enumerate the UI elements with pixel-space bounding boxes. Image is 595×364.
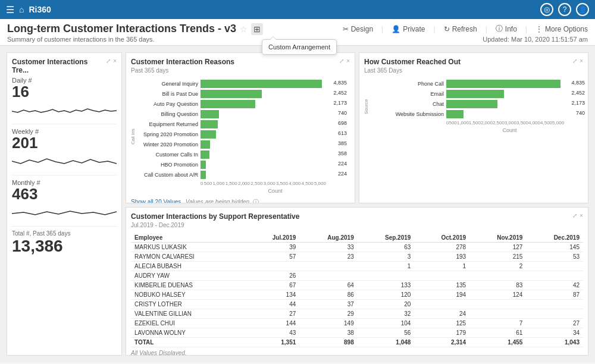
bar-fill — [446, 110, 464, 118]
table-cell-value: 1 — [358, 262, 415, 271]
table-cell-value: 1 — [414, 262, 469, 271]
grid-icon[interactable]: ⊞ — [251, 23, 263, 35]
info-icon: ⓘ — [496, 24, 503, 34]
interaction-menu-icon[interactable]: × — [346, 58, 350, 64]
show-all-link[interactable]: Show all 20 Values — [131, 199, 181, 203]
bar-label: Email — [369, 91, 446, 97]
bar-row: Email 2,452 — [369, 90, 588, 98]
info-action[interactable]: ⓘ Info — [496, 24, 517, 34]
private-action[interactable]: 👤 Private — [392, 25, 425, 33]
bar-label: Billing Question — [138, 111, 201, 117]
bar-label: Website Submission — [369, 111, 446, 117]
more-options-action[interactable]: ⋮ More Options — [536, 25, 588, 33]
table-cell-value: 27 — [526, 319, 583, 328]
table-cell-value: 33 — [299, 243, 357, 252]
bar-fill — [201, 100, 255, 108]
bar-value: 2,452 — [333, 90, 347, 96]
design-action[interactable]: ✂ Design — [343, 25, 373, 33]
table-cell-value: 42 — [526, 281, 583, 290]
bar-label: Spring 2020 Promotion — [138, 131, 201, 137]
kpi-monthly-sparkline — [12, 202, 117, 218]
home-icon[interactable]: ⌂ — [19, 5, 24, 14]
table-cell-value: 32 — [358, 309, 415, 319]
table-cell-value: 24 — [414, 309, 469, 319]
kpi-panel: Customer Interactions Tre... ⤢ × Daily #… — [7, 52, 122, 356]
table-row: TOTAL1,3518981,0482,3141,4551,043 — [131, 338, 583, 347]
refresh-action[interactable]: ↻ Refresh — [444, 25, 477, 33]
bar-container: 2,173 — [446, 100, 564, 108]
bar-value: 2,173 — [572, 100, 585, 106]
kpi-expand-icon[interactable]: ⤢ — [106, 58, 111, 64]
interaction-reasons-subtitle: Past 365 days — [131, 67, 234, 74]
table-cell-value: 27 — [246, 309, 299, 319]
interaction-x-axis: 05001,0001,5002,0002,5003,0003,5004,0004… — [201, 181, 326, 186]
table-cell-value: 1,351 — [246, 338, 299, 347]
bar-value: 224 — [338, 161, 347, 167]
support-table-subtitle: Jul.2019 - Dec.2019 — [131, 222, 299, 228]
user-icon[interactable]: 👤 — [576, 3, 589, 16]
bar-row: Call Custom about A/R 224 — [138, 171, 350, 179]
table-expand-icon[interactable]: ⤢ — [572, 212, 577, 219]
kpi-menu-icon[interactable]: × — [113, 58, 117, 64]
table-cell-value: 64 — [299, 281, 357, 290]
bar-value: 740 — [576, 110, 585, 116]
help-icon[interactable]: ? — [558, 3, 571, 16]
bar-container: 224 — [201, 161, 326, 169]
bar-row: Auto Pay Question 2,173 — [138, 100, 350, 108]
bar-value: 740 — [338, 110, 347, 116]
bar-container: 698 — [201, 120, 326, 128]
refresh-icon: ↻ — [444, 25, 450, 33]
table-cell-name: NOBUKO HALSEY — [131, 290, 246, 300]
interaction-reasons-title: Customer Interaction Reasons — [131, 58, 234, 66]
bar-value: 698 — [338, 120, 347, 126]
table-row: EZEKIEL CHUI144149104125727 — [131, 319, 583, 328]
bar-container: 4,835 — [446, 80, 564, 88]
kpi-monthly-value: 463 — [12, 186, 117, 202]
interaction-y-axis-label: Call Ins — [131, 80, 138, 194]
bar-row: Equipment Returned 698 — [138, 120, 350, 128]
hamburger-icon[interactable]: ☰ — [6, 4, 14, 15]
bar-fill — [201, 110, 219, 118]
bar-value: 4,835 — [333, 80, 347, 86]
table-menu-icon[interactable]: × — [580, 212, 583, 219]
how-reached-menu-icon[interactable]: × — [580, 58, 583, 64]
table-header: Jul.2019 — [246, 233, 299, 243]
table-cell-value: 145 — [526, 243, 583, 252]
show-all-container: Show all 20 Values Values are being hidd… — [131, 197, 350, 203]
bar-container: 740 — [446, 110, 564, 118]
table-cell-value: 44 — [246, 300, 299, 309]
table-cell-value — [299, 271, 357, 281]
table-header: Nov.2019 — [469, 233, 526, 243]
bar-fill — [446, 80, 560, 88]
table-cell-value: 26 — [246, 271, 299, 281]
topbar-right: ◎ ? 👤 — [540, 3, 589, 16]
table-cell-value: 53 — [526, 252, 583, 262]
interaction-expand-icon[interactable]: ⤢ — [339, 58, 344, 64]
kpi-monthly-section: Monthly # 463 — [12, 179, 117, 220]
bar-container: 385 — [201, 140, 326, 149]
interaction-reasons-panel: Customer Interaction Reasons Past 365 da… — [126, 52, 355, 203]
table-cell-value: 20 — [358, 300, 415, 309]
table-row: CRISTY LOTHER443720 — [131, 300, 583, 309]
bar-value: 2,173 — [333, 100, 347, 106]
bar-container: 4,835 — [201, 80, 326, 88]
bar-fill — [201, 161, 206, 169]
table-cell-value: 1,455 — [469, 338, 526, 347]
info-note-icon: ⓘ — [253, 199, 259, 203]
table-cell-value — [526, 262, 583, 271]
how-reached-subtitle: Last 365 Days — [364, 67, 461, 74]
table-cell-value: 1,043 — [526, 338, 583, 347]
bar-fill — [201, 150, 209, 159]
star-icon[interactable]: ☆ — [240, 24, 248, 34]
bar-label: Phone Call — [369, 81, 446, 87]
bar-row: Winter 2020 Promotion 385 — [138, 140, 350, 149]
how-reached-panel: How Customer Reached Out Last 365 Days ⤢… — [359, 52, 588, 203]
table-cell-value: 23 — [299, 252, 357, 262]
how-reached-expand-icon[interactable]: ⤢ — [572, 58, 577, 64]
bar-label: HBO Promotion — [138, 162, 201, 168]
table-cell-value — [358, 271, 415, 281]
table-cell-value — [469, 271, 526, 281]
network-icon[interactable]: ◎ — [540, 3, 553, 16]
table-cell-value: 127 — [469, 243, 526, 252]
table-cell-value: 7 — [469, 319, 526, 328]
